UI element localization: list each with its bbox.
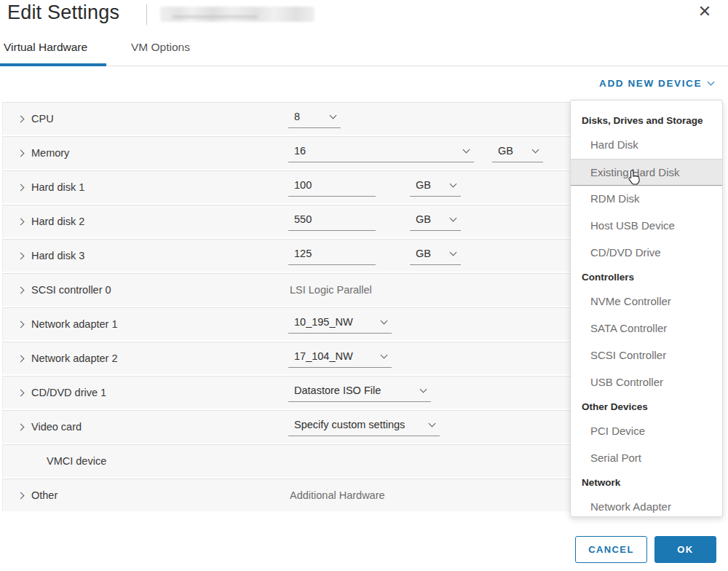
menu-group-network: Network xyxy=(571,472,722,494)
dialog-footer: CANCEL OK xyxy=(575,536,716,563)
menu-item-scsi-controller[interactable]: SCSI Controller xyxy=(571,342,722,369)
row-label: CD/DVD drive 1 xyxy=(19,387,288,398)
hard-disk-3-expander[interactable] xyxy=(3,253,19,259)
other-value: Additional Hardware xyxy=(288,489,385,501)
dialog-header: Edit Settings ✕ xyxy=(0,0,728,41)
memory-select[interactable]: 16 xyxy=(288,143,474,162)
scsi-controller-expander[interactable] xyxy=(3,288,19,293)
hard-disk-1-expander[interactable] xyxy=(3,185,19,190)
scsi-controller-value: LSI Logic Parallel xyxy=(288,284,372,296)
network-adapter-1-select[interactable]: 10_195_NW xyxy=(288,315,392,334)
menu-item-nvme-controller[interactable]: NVMe Controller xyxy=(571,288,722,315)
tab-bar: Virtual Hardware VM Options xyxy=(0,41,728,66)
row-label: CPU xyxy=(19,113,288,125)
row-label: Hard disk 3 xyxy=(19,250,288,261)
row-label: SCSI controller 0 xyxy=(19,284,288,296)
row-label: Memory xyxy=(19,147,288,159)
network-adapter-2-select[interactable]: 17_104_NW xyxy=(288,349,392,368)
video-card-select[interactable]: Specify custom settings xyxy=(288,417,440,436)
chevron-down-icon xyxy=(450,180,457,187)
other-expander[interactable] xyxy=(3,493,19,498)
cd-dvd-drive-select[interactable]: Datastore ISO File xyxy=(288,383,431,402)
menu-item-pci-device[interactable]: PCI Device xyxy=(571,418,722,445)
tab-vm-options[interactable]: VM Options xyxy=(131,41,190,66)
menu-item-host-usb-device[interactable]: Host USB Device xyxy=(571,213,722,240)
memory-unit: GB xyxy=(498,145,513,157)
add-new-device-label: ADD NEW DEVICE xyxy=(599,78,702,89)
hard-disk-2-expander[interactable] xyxy=(3,219,19,224)
hard-disk-1-unit: GB xyxy=(416,179,431,191)
chevron-down-icon xyxy=(450,214,457,221)
chevron-down-icon xyxy=(450,248,457,256)
video-card-expander[interactable] xyxy=(3,425,19,430)
cpu-select[interactable]: 8 xyxy=(288,109,341,128)
tab-virtual-hardware[interactable]: Virtual Hardware xyxy=(4,41,87,66)
menu-item-usb-controller[interactable]: USB Controller xyxy=(571,369,722,396)
row-label: Hard disk 2 xyxy=(19,216,288,227)
menu-item-rdm-disk[interactable]: RDM Disk xyxy=(571,186,722,213)
row-label: Hard disk 1 xyxy=(19,181,288,193)
menu-item-network-adapter[interactable]: Network Adapter xyxy=(571,494,722,521)
network-adapter-1-value: 10_195_NW xyxy=(294,316,353,328)
menu-item-hard-disk[interactable]: Hard Disk xyxy=(571,132,722,159)
hard-disk-2-unit: GB xyxy=(416,213,431,225)
cpu-value: 8 xyxy=(294,111,300,122)
chevron-down-icon xyxy=(532,146,539,153)
video-card-value: Specify custom settings xyxy=(294,419,405,430)
hard-disk-3-size-input[interactable] xyxy=(288,246,376,265)
edit-settings-dialog: Edit Settings ✕ Virtual Hardware VM Opti… xyxy=(0,0,728,571)
menu-item-serial-port[interactable]: Serial Port xyxy=(571,445,722,472)
menu-item-cd-dvd-drive[interactable]: CD/DVD Drive xyxy=(571,240,722,267)
cd-dvd-drive-value: Datastore ISO File xyxy=(294,385,381,396)
memory-value: 16 xyxy=(294,145,306,157)
chevron-down-icon xyxy=(708,79,715,86)
hard-disk-2-size-input[interactable] xyxy=(288,212,376,231)
menu-group-other-devices: Other Devices xyxy=(571,396,722,418)
hard-disk-1-size-input[interactable] xyxy=(288,178,376,197)
chevron-down-icon xyxy=(463,146,470,153)
chevron-down-icon xyxy=(330,111,337,119)
row-label: Other xyxy=(19,489,288,501)
chevron-down-icon xyxy=(381,317,388,324)
chevron-down-icon xyxy=(381,351,388,358)
menu-item-sata-controller[interactable]: SATA Controller xyxy=(571,315,722,342)
cd-dvd-drive-expander[interactable] xyxy=(3,390,19,395)
row-label: VMCI device xyxy=(3,455,304,467)
row-label: Network adapter 2 xyxy=(19,353,288,364)
menu-group-controllers: Controllers xyxy=(571,267,722,288)
row-label: Network adapter 1 xyxy=(19,318,288,330)
cpu-expander[interactable] xyxy=(3,117,19,122)
hard-disk-2-unit-select[interactable]: GB xyxy=(410,212,461,231)
add-device-menu: Disks, Drives and Storage Hard Disk Exis… xyxy=(570,100,723,517)
hard-disk-3-unit: GB xyxy=(416,248,431,259)
network-adapter-2-expander[interactable] xyxy=(3,356,19,361)
toolbar: ADD NEW DEVICE xyxy=(0,75,728,97)
close-icon[interactable]: ✕ xyxy=(695,1,715,22)
memory-unit-select[interactable]: GB xyxy=(492,143,543,162)
vm-name-redacted xyxy=(160,7,314,22)
add-new-device-button[interactable]: ADD NEW DEVICE xyxy=(599,78,713,89)
page-title: Edit Settings xyxy=(7,1,119,24)
active-tab-underline xyxy=(0,63,106,66)
menu-item-existing-hard-disk[interactable]: Existing Hard Disk xyxy=(571,159,722,186)
network-adapter-2-value: 17_104_NW xyxy=(294,350,353,362)
menu-group-disks: Disks, Drives and Storage xyxy=(571,110,722,132)
row-label: Video card xyxy=(19,421,288,433)
cancel-button[interactable]: CANCEL xyxy=(575,536,647,563)
chevron-down-icon xyxy=(420,385,427,393)
title-divider xyxy=(146,4,147,25)
chevron-down-icon xyxy=(429,420,436,427)
memory-expander[interactable] xyxy=(3,151,19,156)
hard-disk-1-unit-select[interactable]: GB xyxy=(410,178,461,197)
network-adapter-1-expander[interactable] xyxy=(3,322,19,327)
hard-disk-3-unit-select[interactable]: GB xyxy=(410,246,461,265)
ok-button[interactable]: OK xyxy=(654,536,716,563)
